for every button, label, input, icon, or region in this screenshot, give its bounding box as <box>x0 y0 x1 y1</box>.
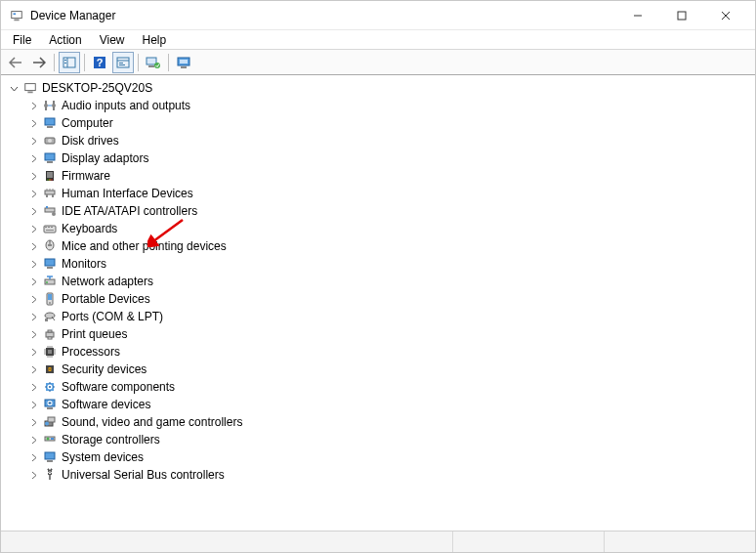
expand-icon[interactable] <box>26 134 40 148</box>
svg-rect-21 <box>180 60 188 64</box>
device-tree[interactable]: DESKTOP-25QV20S Audio inputs and outputs… <box>1 75 755 527</box>
tree-root-node[interactable]: DESKTOP-25QV20S <box>7 79 753 97</box>
maximize-button[interactable] <box>659 1 703 29</box>
expand-icon[interactable] <box>26 398 40 411</box>
category-icon <box>42 449 58 465</box>
expand-icon[interactable] <box>26 468 40 482</box>
tree-item-label: Security devices <box>62 362 147 376</box>
tree-item[interactable]: Ports (COM & LPT) <box>26 308 753 325</box>
svg-rect-73 <box>47 407 53 409</box>
category-icon <box>42 467 58 483</box>
expand-icon[interactable] <box>26 327 40 341</box>
show-hide-console-tree-button[interactable] <box>59 52 80 73</box>
tree-item[interactable]: Storage controllers <box>26 431 753 448</box>
tree-item[interactable]: Computer <box>26 114 753 132</box>
expand-icon[interactable] <box>26 415 40 429</box>
tree-item[interactable]: Display adaptors <box>26 149 753 167</box>
menu-action[interactable]: Action <box>41 31 89 49</box>
app-icon <box>9 8 24 23</box>
expand-icon[interactable] <box>26 380 40 394</box>
tree-item[interactable]: Print queues <box>26 325 753 343</box>
tree-item-label: Mice and other pointing devices <box>62 239 227 253</box>
tree-item[interactable]: System devices <box>26 448 753 466</box>
expand-icon[interactable] <box>26 292 40 306</box>
help-button[interactable]: ? <box>89 52 110 73</box>
expand-icon[interactable] <box>26 275 40 288</box>
svg-point-43 <box>52 212 56 216</box>
menu-file[interactable]: File <box>5 31 39 49</box>
tree-item[interactable]: Keyboards <box>26 220 753 237</box>
tree-item[interactable]: Software components <box>26 378 753 396</box>
svg-point-35 <box>47 179 48 180</box>
back-button[interactable] <box>5 52 26 73</box>
svg-rect-65 <box>48 350 52 354</box>
svg-rect-80 <box>45 452 55 459</box>
minimize-button[interactable] <box>615 1 659 29</box>
expand-icon[interactable] <box>26 99 40 112</box>
tree-item[interactable]: Processors <box>26 343 753 361</box>
expand-icon[interactable] <box>26 151 40 165</box>
tree-item[interactable]: Firmware <box>26 167 753 185</box>
svg-rect-53 <box>47 267 53 269</box>
expand-icon[interactable] <box>26 450 40 464</box>
svg-point-37 <box>51 179 52 180</box>
svg-rect-38 <box>45 191 55 194</box>
category-icon <box>42 186 58 201</box>
tree-item[interactable]: Sound, video and game controllers <box>26 413 753 431</box>
expand-icon[interactable] <box>26 169 40 183</box>
category-icon <box>42 326 58 342</box>
tree-item[interactable]: Disk drives <box>26 132 753 149</box>
tree-item[interactable]: Portable Devices <box>26 290 753 308</box>
tree-item[interactable]: Monitors <box>26 255 753 273</box>
svg-point-70 <box>49 386 51 388</box>
tree-item[interactable]: Human Interface Devices <box>26 185 753 202</box>
svg-rect-24 <box>27 92 32 94</box>
tree-item-label: Monitors <box>62 257 106 271</box>
expand-icon[interactable] <box>26 116 40 130</box>
tree-item[interactable]: Mice and other pointing devices <box>26 237 753 255</box>
tree-item-label: Universal Serial Bus controllers <box>62 468 225 482</box>
menu-help[interactable]: Help <box>135 31 175 49</box>
svg-rect-17 <box>147 58 156 64</box>
devices-and-printers-button[interactable] <box>173 52 194 73</box>
menu-view[interactable]: View <box>92 31 133 49</box>
category-icon <box>42 115 58 131</box>
forward-button[interactable] <box>28 52 50 73</box>
category-icon <box>42 309 58 324</box>
collapse-icon[interactable] <box>7 81 21 95</box>
tree-item[interactable]: Security devices <box>26 361 753 378</box>
category-icon <box>42 168 58 184</box>
expand-icon[interactable] <box>26 239 40 253</box>
category-icon <box>42 379 58 395</box>
category-icon <box>42 150 58 166</box>
expand-icon[interactable] <box>26 345 40 359</box>
tree-item[interactable]: Audio inputs and outputs <box>26 97 753 114</box>
svg-point-78 <box>47 438 50 441</box>
svg-rect-39 <box>46 194 48 197</box>
svg-rect-18 <box>148 65 154 67</box>
svg-rect-75 <box>48 417 55 422</box>
expand-icon[interactable] <box>26 433 40 447</box>
expand-icon[interactable] <box>26 222 40 235</box>
svg-point-26 <box>52 104 56 107</box>
tree-item[interactable]: Network adapters <box>26 273 753 290</box>
svg-rect-31 <box>45 153 55 160</box>
svg-rect-45 <box>45 227 47 228</box>
svg-point-36 <box>49 179 50 180</box>
tree-item[interactable]: Universal Serial Bus controllers <box>26 466 753 484</box>
tree-item-label: Ports (COM & LPT) <box>62 310 163 323</box>
properties-button[interactable] <box>112 52 134 73</box>
scan-hardware-button[interactable] <box>143 52 164 73</box>
expand-icon[interactable] <box>26 362 40 376</box>
category-icon <box>42 362 58 377</box>
tree-item[interactable]: IDE ATA/ATAPI controllers <box>26 202 753 220</box>
tree-item[interactable]: Software devices <box>26 396 753 413</box>
svg-rect-60 <box>45 319 48 321</box>
expand-icon[interactable] <box>26 257 40 271</box>
close-button[interactable] <box>703 1 747 29</box>
svg-rect-22 <box>181 66 187 68</box>
expand-icon[interactable] <box>26 187 40 200</box>
expand-icon[interactable] <box>26 204 40 218</box>
statusbar <box>1 531 755 552</box>
expand-icon[interactable] <box>26 310 40 323</box>
